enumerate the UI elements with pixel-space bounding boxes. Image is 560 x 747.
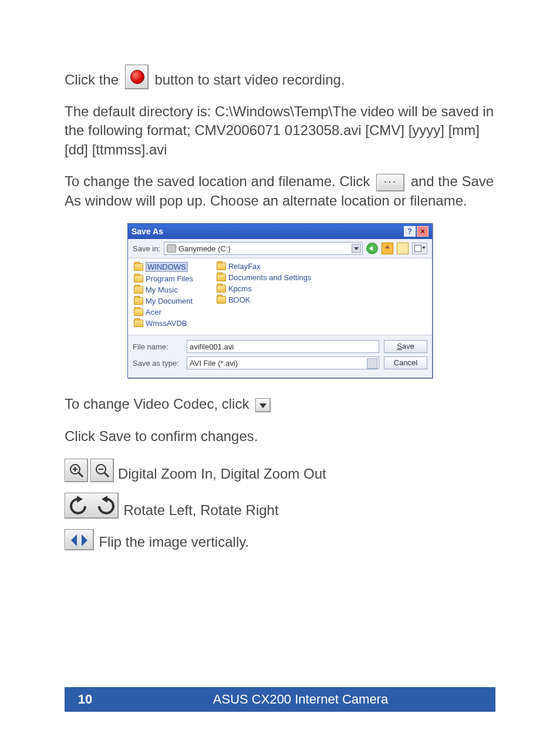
flip-label: Flip the image vertically. <box>99 534 249 550</box>
save-in-combo[interactable]: Ganymede (C:) <box>164 242 363 255</box>
zoom-label: Digital Zoom In, Digital Zoom Out <box>118 466 326 482</box>
folder-icon <box>134 297 143 305</box>
svg-line-1 <box>79 473 83 477</box>
record-icon <box>125 65 149 89</box>
text: Click the <box>65 72 119 88</box>
save-as-dialog: Save As ? × Save in: Ganymede (C:) WINDO… <box>127 223 433 378</box>
folder-icon <box>134 263 143 271</box>
text: button to start video recording. <box>154 72 345 88</box>
help-button[interactable]: ? <box>404 226 416 237</box>
new-folder-icon[interactable] <box>397 243 409 254</box>
svg-marker-7 <box>77 496 83 503</box>
record-paragraph: Click the button to start video recordin… <box>65 65 495 89</box>
save-in-label: Save in: <box>133 244 160 253</box>
folder-item[interactable]: My Document <box>134 297 193 305</box>
folder-item[interactable]: My Music <box>134 285 193 294</box>
file-list-pane[interactable]: WINDOWS Program Files My Music My Docume… <box>128 258 432 335</box>
dialog-toolbar: Save in: Ganymede (C:) <box>128 239 432 258</box>
folder-item[interactable]: WINDOWS <box>134 262 193 272</box>
cancel-button[interactable]: Cancel <box>384 356 427 369</box>
folder-item[interactable]: Program Files <box>134 274 193 283</box>
change-location-paragraph: To change the saved location and filenam… <box>65 172 495 210</box>
browse-icon <box>376 174 404 191</box>
save-button[interactable]: Save <box>384 340 427 353</box>
text: To change Video Codec, click <box>65 396 249 412</box>
save-as-type-label: Save as type: <box>133 359 182 368</box>
folder-icon <box>217 296 226 304</box>
dialog-bottom: File name: avifile001.avi Save Save as t… <box>128 335 432 378</box>
dialog-titlebar: Save As ? × <box>128 224 432 239</box>
save-in-value: Ganymede (C:) <box>178 244 231 253</box>
folder-item[interactable]: Acer <box>134 308 193 317</box>
save-as-type-combo[interactable]: AVI File (*.avi) <box>187 356 379 369</box>
folder-icon <box>217 274 226 281</box>
close-button[interactable]: × <box>417 226 429 237</box>
folder-icon <box>134 275 143 282</box>
file-name-input[interactable]: avifile001.avi <box>187 340 379 353</box>
dropdown-icon <box>255 398 271 412</box>
flip-row: Flip the image vertically. <box>65 529 495 550</box>
footer-title: ASUS CX200 Internet Camera <box>106 692 495 707</box>
folder-icon <box>134 286 143 294</box>
folder-item[interactable]: Kpcms <box>217 284 312 293</box>
svg-marker-9 <box>71 534 77 546</box>
folder-item[interactable]: WmssAVDB <box>134 319 193 328</box>
zoom-out-icon <box>90 459 114 482</box>
dialog-title: Save As <box>131 227 403 236</box>
svg-marker-8 <box>102 496 107 503</box>
codec-paragraph: To change Video Codec, click <box>65 395 495 413</box>
page-number: 10 <box>65 692 106 707</box>
rotate-icons <box>65 493 119 519</box>
folder-icon <box>217 263 226 270</box>
click-save-paragraph: Click Save to confirm changes. <box>65 427 495 446</box>
folder-item[interactable]: BOOK <box>217 295 312 304</box>
text: To change the saved location and filenam… <box>65 173 370 189</box>
svg-marker-10 <box>82 534 87 546</box>
flip-vertical-icon <box>65 529 94 550</box>
folder-item[interactable]: Documents and Settings <box>217 273 312 282</box>
page-footer: 10 ASUS CX200 Internet Camera <box>65 687 495 712</box>
views-icon[interactable] <box>412 243 427 254</box>
file-name-label: File name: <box>133 342 182 351</box>
rotate-row: Rotate Left, Rotate Right <box>65 493 495 519</box>
drive-icon <box>167 244 176 253</box>
zoom-row: Digital Zoom In, Digital Zoom Out <box>65 459 495 482</box>
back-icon[interactable] <box>366 243 378 254</box>
up-one-level-icon[interactable] <box>382 243 393 254</box>
svg-line-5 <box>104 473 109 477</box>
default-dir-paragraph: The default directory is: C:\Windows\Tem… <box>65 102 495 159</box>
rotate-label: Rotate Left, Rotate Right <box>123 502 278 518</box>
zoom-in-icon <box>65 459 88 482</box>
folder-icon <box>217 285 226 292</box>
folder-icon <box>134 308 143 316</box>
folder-icon <box>134 319 143 327</box>
folder-item[interactable]: RelayFax <box>217 262 312 271</box>
chevron-down-icon[interactable] <box>352 244 361 253</box>
